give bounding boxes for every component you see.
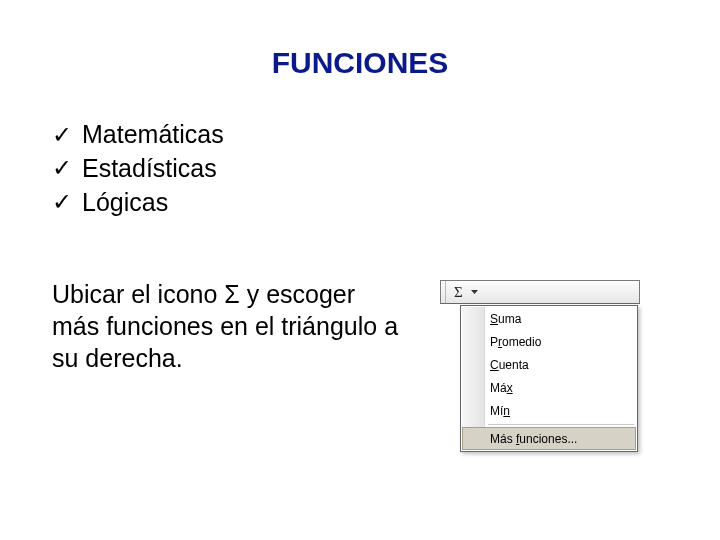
bullet-item: ✓ Lógicas: [52, 186, 224, 220]
menu-divider: [488, 424, 634, 425]
bullet-label: Lógicas: [82, 186, 168, 220]
menu-item-label: Suma: [490, 312, 521, 326]
instruction-paragraph: Ubicar el icono Σ y escoger más funcione…: [52, 278, 400, 374]
slide: FUNCIONES ✓ Matemáticas ✓ Estadísticas ✓…: [0, 0, 720, 540]
bullet-label: Matemáticas: [82, 118, 224, 152]
menu-item-promedio[interactable]: Promedio: [462, 330, 636, 353]
slide-title: FUNCIONES: [0, 46, 720, 80]
menu-item-max[interactable]: Máx: [462, 376, 636, 399]
bullet-item: ✓ Estadísticas: [52, 152, 224, 186]
menu-item-cuenta[interactable]: Cuenta: [462, 353, 636, 376]
autosum-dropdown-screenshot: Σ Suma Promedio: [440, 280, 640, 452]
menu-item-suma[interactable]: Suma: [462, 307, 636, 330]
check-icon: ✓: [52, 119, 72, 151]
menu-item-more-functions[interactable]: Más funciones...: [462, 427, 636, 450]
bullet-item: ✓ Matemáticas: [52, 118, 224, 152]
menu-item-label: Mín: [490, 404, 510, 418]
toolbar: Σ: [440, 280, 640, 304]
menu-item-label: Más funciones...: [490, 432, 577, 446]
check-icon: ✓: [52, 186, 72, 218]
toolbar-spacer: [484, 281, 639, 303]
sigma-icon: Σ: [454, 284, 463, 301]
svg-marker-0: [471, 290, 478, 294]
autosum-menu: Suma Promedio Cuenta Máx Mín: [460, 305, 638, 452]
bullet-label: Estadísticas: [82, 152, 217, 186]
menu-item-label: Promedio: [490, 335, 541, 349]
menu-item-min[interactable]: Mín: [462, 399, 636, 422]
bullet-list: ✓ Matemáticas ✓ Estadísticas ✓ Lógicas: [52, 118, 224, 219]
autosum-button[interactable]: Σ: [446, 281, 469, 303]
menu-item-label: Máx: [490, 381, 513, 395]
menu-item-label: Cuenta: [490, 358, 529, 372]
check-icon: ✓: [52, 152, 72, 184]
autosum-dropdown-arrow[interactable]: [469, 281, 484, 303]
chevron-down-icon: [471, 290, 478, 294]
